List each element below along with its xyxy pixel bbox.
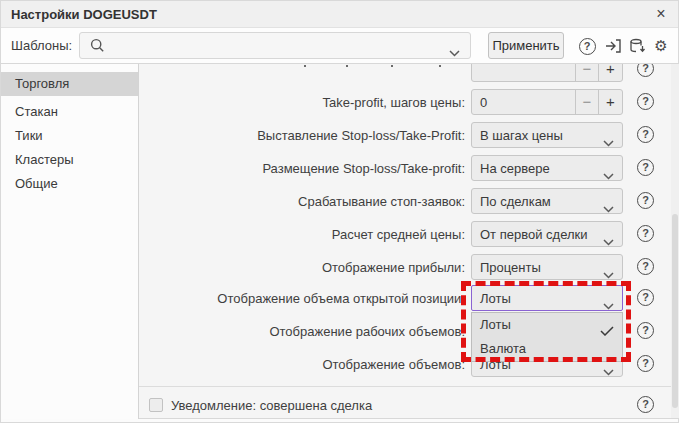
dropdown-option-currency[interactable]: Валюта <box>472 337 622 361</box>
help-icon[interactable]: ? <box>637 355 654 372</box>
help-icon[interactable]: ? <box>637 126 654 143</box>
clipped-text-remnant <box>304 65 306 67</box>
help-icon[interactable]: ? <box>637 64 654 77</box>
template-search-input[interactable] <box>112 34 442 57</box>
row-label: Отображение рабочих объемов: <box>139 324 465 339</box>
row-label: Отображение прибыли: <box>139 260 465 275</box>
sidebar-item-ticks[interactable]: Тики <box>1 124 138 148</box>
row-label: Срабатывание стоп-заявок: <box>139 194 465 209</box>
chevron-down-icon <box>603 232 614 250</box>
title-bar: Настройки DOGEUSDT × <box>1 1 678 28</box>
dropdown[interactable]: Проценты <box>471 254 623 280</box>
row-label: Размещение Stop-loss/Take-profit: <box>139 161 465 176</box>
scrollbar-thumb[interactable] <box>672 214 678 408</box>
dropdown[interactable]: От первой сделки <box>471 221 623 247</box>
chevron-down-icon <box>603 362 614 380</box>
settings-row-take-profit: Take-profit, шагов цены: 0 − + ? <box>139 89 679 115</box>
stepper-input[interactable]: 0 − + <box>471 89 623 115</box>
settings-row-avg-price: Расчет средней цены: От первой сделки ? <box>139 221 679 247</box>
help-icon[interactable]: ? <box>637 93 654 110</box>
stepper-input[interactable]: − + <box>471 64 623 82</box>
templates-toolbar: Шаблоны: Применить ? ⚙ <box>1 28 678 64</box>
plus-button[interactable]: + <box>598 64 622 81</box>
sidebar: Торговля Стакан Тики Кластеры Общие <box>1 64 139 419</box>
clipped-text-remnant <box>346 65 348 67</box>
help-icon[interactable]: ? <box>637 322 654 339</box>
row-label: Расчет средней цены: <box>139 227 465 242</box>
apply-button[interactable]: Применить <box>488 32 564 59</box>
templates-label: Шаблоны: <box>11 38 72 53</box>
sidebar-item-dom[interactable]: Стакан <box>1 100 138 124</box>
notification-checkbox[interactable] <box>149 398 163 412</box>
settings-row-sl-tp-server: Размещение Stop-loss/Take-profit: На сер… <box>139 155 679 181</box>
row-label: Отображение объемов: <box>139 357 465 372</box>
chevron-down-icon[interactable] <box>449 43 460 61</box>
settings-row-stop-trigger: Срабатывание стоп-заявок: По сделкам ? <box>139 188 679 214</box>
row-label: Отображение объема открытой позиции: <box>139 291 465 306</box>
help-icon[interactable]: ? <box>637 225 654 242</box>
dropdown[interactable]: В шагах цены <box>471 122 623 148</box>
dropdown-option-lots[interactable]: Лоты <box>472 313 622 337</box>
help-icon[interactable]: ? <box>637 258 654 275</box>
settings-dialog: Настройки DOGEUSDT × Шаблоны: Применить … <box>0 0 679 423</box>
chevron-down-icon <box>603 133 614 151</box>
export-template-icon[interactable] <box>627 36 647 56</box>
settings-row-open-position-volume-display: Отображение объема открытой позиции: Лот… <box>139 285 679 311</box>
clipped-text-remnant <box>391 65 393 67</box>
settings-panel: − + ? Take-profit, шагов цены: 0 − + ? В… <box>139 64 679 419</box>
checkbox-label: Уведомление: совершена сделка <box>171 398 372 413</box>
settings-row-sl-tp-placement-mode: Выставление Stop-loss/Take-Profit: В шаг… <box>139 122 679 148</box>
help-icon[interactable]: ? <box>637 159 654 176</box>
search-icon <box>90 38 105 57</box>
separator <box>139 386 679 387</box>
row-label: Выставление Stop-loss/Take-Profit: <box>139 128 465 143</box>
dropdown-open[interactable]: Лоты <box>471 285 623 311</box>
settings-row-profit-display: Отображение прибыли: Проценты ? <box>139 254 679 280</box>
clipped-text-remnant <box>439 65 441 67</box>
chevron-down-icon <box>603 166 614 184</box>
import-template-icon[interactable] <box>603 36 623 56</box>
help-icon[interactable]: ? <box>637 192 654 209</box>
help-icon[interactable]: ? <box>637 289 654 306</box>
help-icon[interactable]: ? <box>637 396 654 413</box>
dropdown[interactable]: По сделкам <box>471 188 623 214</box>
sidebar-item-clusters[interactable]: Кластеры <box>1 148 138 172</box>
settings-row-clipped: − + ? <box>139 64 679 82</box>
stepper-value[interactable]: 0 <box>480 95 487 110</box>
settings-gear-icon[interactable]: ⚙ <box>651 36 671 56</box>
minus-button[interactable]: − <box>575 90 598 114</box>
dropdown[interactable]: На сервере <box>471 155 623 181</box>
close-icon[interactable]: × <box>651 4 671 24</box>
plus-button[interactable]: + <box>598 90 622 114</box>
sidebar-item-general[interactable]: Общие <box>1 172 138 196</box>
chevron-down-icon <box>603 265 614 283</box>
chevron-down-icon <box>603 199 614 217</box>
template-search-combo[interactable] <box>79 32 471 59</box>
help-icon[interactable]: ? <box>577 36 597 56</box>
settings-row-notification: Уведомление: совершена сделка ? <box>139 391 679 419</box>
scrollbar[interactable] <box>671 64 679 418</box>
dialog-title: Настройки DOGEUSDT <box>11 7 157 22</box>
minus-button[interactable]: − <box>575 64 598 81</box>
row-label: Take-profit, шагов цены: <box>139 95 465 110</box>
dropdown-popup: Лоты Валюта <box>471 312 623 362</box>
sidebar-item-trading[interactable]: Торговля <box>1 72 138 96</box>
